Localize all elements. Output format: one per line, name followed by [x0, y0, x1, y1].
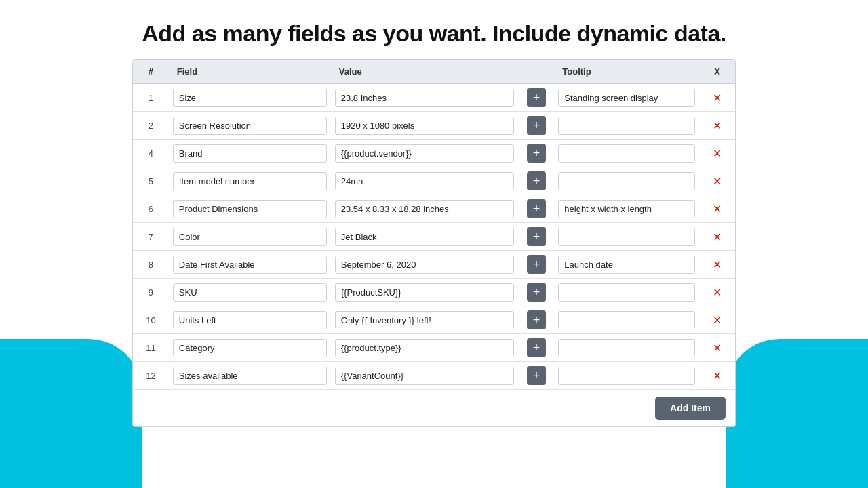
value-cell[interactable]	[331, 223, 519, 251]
field-input[interactable]	[173, 367, 327, 385]
plus-button[interactable]: +	[527, 88, 546, 107]
plus-button[interactable]: +	[527, 199, 546, 218]
plus-cell[interactable]: +	[518, 195, 554, 223]
delete-button[interactable]: ✕	[713, 314, 722, 327]
tooltip-input[interactable]	[558, 200, 695, 218]
plus-button[interactable]: +	[527, 283, 546, 302]
plus-button[interactable]: +	[527, 144, 546, 163]
tooltip-cell[interactable]	[554, 195, 699, 223]
field-cell[interactable]	[169, 251, 331, 279]
tooltip-cell[interactable]	[554, 362, 699, 390]
field-cell[interactable]	[169, 306, 331, 334]
field-input[interactable]	[173, 256, 327, 274]
tooltip-input[interactable]	[558, 339, 695, 357]
plus-button[interactable]: +	[527, 310, 546, 329]
delete-button[interactable]: ✕	[713, 286, 722, 299]
delete-button[interactable]: ✕	[713, 119, 722, 132]
field-cell[interactable]	[169, 279, 331, 306]
value-input[interactable]	[335, 117, 515, 135]
field-cell[interactable]	[169, 140, 331, 167]
delete-cell[interactable]: ✕	[699, 195, 735, 223]
tooltip-cell[interactable]	[554, 251, 699, 279]
field-input[interactable]	[173, 200, 327, 218]
tooltip-cell[interactable]	[554, 334, 699, 362]
tooltip-cell[interactable]	[554, 279, 699, 306]
tooltip-cell[interactable]	[554, 306, 699, 334]
field-input[interactable]	[173, 228, 327, 246]
field-cell[interactable]	[169, 334, 331, 362]
value-input[interactable]	[335, 172, 515, 190]
tooltip-cell[interactable]	[554, 223, 699, 251]
tooltip-cell[interactable]	[554, 112, 699, 140]
plus-button[interactable]: +	[527, 171, 546, 190]
value-input[interactable]	[335, 311, 515, 329]
plus-button[interactable]: +	[527, 255, 546, 274]
plus-cell[interactable]: +	[518, 223, 554, 251]
value-input[interactable]	[335, 144, 515, 163]
value-cell[interactable]	[331, 195, 519, 223]
field-input[interactable]	[173, 144, 327, 163]
tooltip-cell[interactable]	[554, 167, 699, 195]
delete-button[interactable]: ✕	[713, 342, 722, 354]
plus-cell[interactable]: +	[518, 84, 554, 112]
tooltip-cell[interactable]	[554, 140, 699, 167]
tooltip-input[interactable]	[558, 367, 695, 385]
field-input[interactable]	[173, 172, 327, 190]
tooltip-input[interactable]	[558, 311, 695, 329]
value-input[interactable]	[335, 339, 515, 357]
field-input[interactable]	[173, 339, 327, 357]
value-input[interactable]	[335, 89, 515, 107]
plus-cell[interactable]: +	[518, 251, 554, 279]
delete-button[interactable]: ✕	[713, 258, 722, 271]
field-cell[interactable]	[169, 223, 331, 251]
add-item-button[interactable]: Add Item	[655, 396, 726, 420]
value-input[interactable]	[335, 256, 515, 274]
field-input[interactable]	[173, 117, 327, 135]
delete-button[interactable]: ✕	[713, 369, 722, 382]
delete-cell[interactable]: ✕	[699, 279, 735, 306]
delete-button[interactable]: ✕	[713, 230, 722, 243]
plus-cell[interactable]: +	[518, 279, 554, 306]
value-cell[interactable]	[331, 140, 519, 167]
tooltip-input[interactable]	[558, 144, 695, 163]
value-cell[interactable]	[331, 112, 519, 140]
tooltip-cell[interactable]	[554, 84, 699, 112]
value-cell[interactable]	[331, 167, 519, 195]
tooltip-input[interactable]	[558, 89, 695, 107]
value-cell[interactable]	[331, 279, 519, 306]
delete-cell[interactable]: ✕	[699, 140, 735, 167]
delete-cell[interactable]: ✕	[699, 362, 735, 390]
delete-button[interactable]: ✕	[713, 203, 722, 216]
field-cell[interactable]	[169, 167, 331, 195]
value-input[interactable]	[335, 228, 515, 246]
tooltip-input[interactable]	[558, 256, 695, 274]
delete-cell[interactable]: ✕	[699, 167, 735, 195]
field-input[interactable]	[173, 89, 327, 107]
field-cell[interactable]	[169, 195, 331, 223]
tooltip-input[interactable]	[558, 283, 695, 302]
value-input[interactable]	[335, 283, 515, 302]
field-cell[interactable]	[169, 112, 331, 140]
plus-cell[interactable]: +	[518, 362, 554, 390]
plus-cell[interactable]: +	[518, 112, 554, 140]
value-cell[interactable]	[331, 84, 519, 112]
plus-cell[interactable]: +	[518, 334, 554, 362]
plus-cell[interactable]: +	[518, 140, 554, 167]
delete-button[interactable]: ✕	[713, 175, 722, 188]
tooltip-input[interactable]	[558, 117, 695, 135]
value-input[interactable]	[335, 367, 515, 385]
value-cell[interactable]	[331, 306, 519, 334]
plus-button[interactable]: +	[527, 116, 546, 135]
delete-cell[interactable]: ✕	[699, 112, 735, 140]
field-cell[interactable]	[169, 84, 331, 112]
delete-cell[interactable]: ✕	[699, 251, 735, 279]
delete-button[interactable]: ✕	[713, 92, 722, 104]
value-cell[interactable]	[331, 251, 519, 279]
delete-button[interactable]: ✕	[713, 147, 722, 160]
tooltip-input[interactable]	[558, 172, 695, 190]
delete-cell[interactable]: ✕	[699, 84, 735, 112]
value-input[interactable]	[335, 200, 515, 218]
plus-button[interactable]: +	[527, 338, 546, 357]
delete-cell[interactable]: ✕	[699, 334, 735, 362]
tooltip-input[interactable]	[558, 228, 695, 246]
